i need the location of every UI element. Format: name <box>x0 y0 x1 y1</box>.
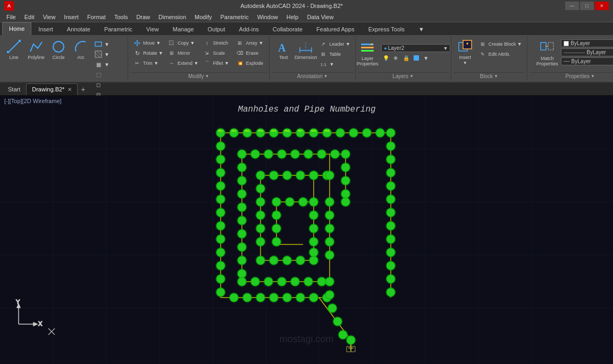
polyline-button[interactable]: Polyline <box>26 38 47 68</box>
properties-group-label[interactable]: Properties ▼ <box>530 72 613 80</box>
svg-point-158 <box>339 331 347 339</box>
tab-view[interactable]: View <box>139 22 166 35</box>
layers-group-label[interactable]: Layers ▼ <box>358 72 449 80</box>
gradient-button[interactable]: ▦ ▼ <box>93 60 124 69</box>
svg-point-146 <box>299 198 307 206</box>
svg-point-130 <box>251 277 259 286</box>
region-button[interactable]: ◻ <box>93 80 124 89</box>
menu-insert[interactable]: Insert <box>60 12 83 22</box>
layers-expand-icon: ▼ <box>409 74 414 79</box>
layer-off-button[interactable]: 💡 <box>381 53 391 63</box>
layer-properties-button[interactable]: Layer Properties <box>356 39 379 67</box>
menu-dimension[interactable]: Dimension <box>154 12 190 22</box>
close-button[interactable]: ✕ <box>595 2 609 10</box>
mirror-button[interactable]: ⊞ Mirror <box>166 48 200 58</box>
svg-point-82 <box>387 235 395 243</box>
trim-icon: ✂ <box>133 59 141 67</box>
viewport[interactable]: [-][Top][2D Wireframe] Properties <box>0 96 613 364</box>
ribbon-group-modify: Move ▼ ↻ Rotate ▼ ✂ Trim ▼ ⿴ Copy ▼ ⊞ <box>128 36 270 81</box>
arc-button[interactable]: Arc <box>70 38 91 68</box>
svg-point-96 <box>216 261 225 270</box>
linetype-dropdown[interactable]: ————— ByLayer ▼ <box>561 48 613 56</box>
layer-freeze-button[interactable]: ❄ <box>392 53 400 63</box>
svg-point-125 <box>238 277 246 286</box>
annotation-scale-button[interactable]: 1:1 ▼ <box>317 60 351 69</box>
color-dropdown[interactable]: ByLayer ▼ <box>561 39 613 47</box>
svg-point-70 <box>336 129 345 137</box>
leader-button[interactable]: ↗ Leader ▼ <box>317 39 351 49</box>
create-block-button[interactable]: ⊞ Create Block ▼ <box>477 39 524 49</box>
menu-view[interactable]: View <box>39 12 60 22</box>
menu-file[interactable]: File <box>2 12 20 22</box>
layer-more-button[interactable]: ▼ <box>422 53 430 63</box>
annotation-group-label[interactable]: Annotation ▼ <box>272 72 352 80</box>
svg-point-174 <box>256 238 265 246</box>
layer-lock-button[interactable]: 🔒 <box>401 53 411 63</box>
match-properties-button[interactable]: Match Properties <box>535 39 559 67</box>
menu-tools[interactable]: Tools <box>110 12 132 22</box>
menubar: File Edit View Insert Format Tools Draw … <box>0 12 613 22</box>
svg-text:MH9: MH9 <box>324 129 329 132</box>
mirror-icon: ⊞ <box>167 49 176 57</box>
svg-text:MH6: MH6 <box>284 129 289 132</box>
svg-point-81 <box>387 222 395 230</box>
tab-express-tools[interactable]: Express Tools <box>362 22 412 35</box>
trim-button[interactable]: ✂ Trim ▼ <box>131 58 165 68</box>
tab-output[interactable]: Output <box>201 22 232 35</box>
menu-help[interactable]: Help <box>282 12 303 22</box>
svg-point-150 <box>309 238 318 246</box>
menu-window[interactable]: Window <box>253 12 282 22</box>
text-button[interactable]: A Text <box>273 38 294 68</box>
stretch-button[interactable]: ↕ Stretch <box>201 38 233 48</box>
copy-button[interactable]: ⿴ Copy ▼ <box>166 38 200 48</box>
scale-button[interactable]: ⇲ Scale <box>201 48 233 58</box>
svg-point-145 <box>285 198 294 206</box>
boundary-button[interactable]: ⬚ <box>93 70 124 79</box>
tab-home[interactable]: Home <box>2 22 31 35</box>
line-button[interactable]: Line <box>3 38 24 68</box>
layer-dropdown[interactable]: ● Layer2 ▼ <box>381 44 450 52</box>
svg-point-78 <box>387 182 395 190</box>
tab-addins[interactable]: Add-ins <box>232 22 266 35</box>
lineweight-dropdown[interactable]: ── ByLayer ▼ <box>561 57 613 65</box>
modify-group-label[interactable]: Modify ▼ <box>130 72 267 80</box>
svg-point-90 <box>216 182 225 190</box>
line-icon <box>6 39 21 54</box>
extend-button[interactable]: ↔ Extend ▼ <box>166 58 200 68</box>
menu-format[interactable]: Format <box>83 12 110 22</box>
erase-button[interactable]: ⌫ Erase <box>234 48 266 58</box>
tab-collaborate[interactable]: Collaborate <box>266 22 309 35</box>
array-button[interactable]: ⊞ Array ▼ <box>234 38 266 48</box>
menu-edit[interactable]: Edit <box>20 12 39 22</box>
edit-attributes-button[interactable]: ✎ Edit Attrib. <box>477 49 524 59</box>
insert-button[interactable]: Insert ▼ <box>455 38 476 68</box>
tab-parametric[interactable]: Parametric <box>97 22 139 35</box>
fillet-button[interactable]: ⌒ Fillet ▼ <box>201 58 233 68</box>
tab-annotate[interactable]: Annotate <box>60 22 97 35</box>
block-group-label[interactable]: Block ▼ <box>454 72 525 80</box>
layer-color-button[interactable] <box>412 53 421 63</box>
dimension-button[interactable]: Dimension <box>295 38 316 68</box>
menu-dataview[interactable]: Data View <box>303 12 338 22</box>
move-button[interactable]: Move ▼ <box>131 38 165 48</box>
rotate-button[interactable]: ↻ Rotate ▼ <box>131 48 165 58</box>
hatch-button[interactable]: ▼ <box>93 49 124 59</box>
minimize-button[interactable]: — <box>565 2 579 10</box>
polyline-label: Polyline <box>28 55 45 60</box>
explode-button[interactable]: 💥 Explode <box>234 58 266 68</box>
circle-button[interactable]: Circle <box>48 38 69 68</box>
menu-modify[interactable]: Modify <box>190 12 216 22</box>
menu-parametric[interactable]: Parametric <box>216 12 253 22</box>
rectangle-button[interactable]: ▼ <box>93 39 124 49</box>
tab-more[interactable]: ▼ <box>412 22 431 35</box>
table-button[interactable]: ⊞ Table <box>317 49 351 59</box>
tab-manage[interactable]: Manage <box>166 22 201 35</box>
menu-draw[interactable]: Draw <box>132 12 154 22</box>
svg-point-85 <box>387 275 395 283</box>
tab-featured-apps[interactable]: Featured Apps <box>309 22 362 35</box>
app-icon: A <box>4 1 14 11</box>
hatch-icon <box>94 50 103 58</box>
main-area: [-][Top][2D Wireframe] Properties <box>0 96 613 364</box>
tab-insert[interactable]: Insert <box>31 22 60 35</box>
maximize-button[interactable]: □ <box>580 2 594 10</box>
